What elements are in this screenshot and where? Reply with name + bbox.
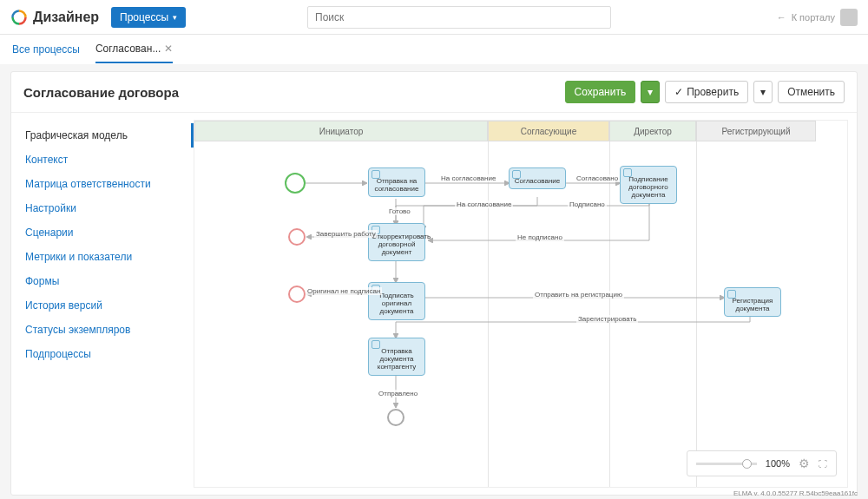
- end-node-1[interactable]: [288, 228, 306, 246]
- label-not-approved: На согласование: [455, 200, 513, 208]
- check-dropdown[interactable]: ▾: [753, 81, 773, 103]
- sidebar-item-settings[interactable]: Настройки: [11, 196, 194, 220]
- task-sign-director[interactable]: Подписание договорного документа: [620, 166, 677, 204]
- zoom-control[interactable]: 100% ⚙ ⛶: [687, 450, 837, 476]
- sidebar-item-responsibility[interactable]: Матрица ответственности: [11, 172, 194, 196]
- version-label: ELMA v. 4.0.0.55277 R.54bc59eaa161fc: [733, 489, 858, 497]
- end-node-2[interactable]: [288, 286, 306, 303]
- task-register[interactable]: Регистрация документа: [724, 287, 781, 317]
- search-input[interactable]: [307, 6, 611, 29]
- logo-icon: [10, 9, 28, 26]
- lane-director: Директор: [609, 121, 696, 141]
- task-approval[interactable]: Согласование: [509, 167, 566, 189]
- save-dropdown[interactable]: ▾: [641, 81, 660, 103]
- label-finish: Завершить работу: [314, 230, 378, 238]
- sidebar-item-scenarios[interactable]: Сценарии: [11, 220, 194, 245]
- lane-approvers: Согласующие: [488, 121, 609, 141]
- label-registered: Зарегистрировать: [576, 315, 638, 323]
- app-name: Дизайнер: [33, 10, 99, 25]
- sidebar-item-subprocesses[interactable]: Подпроцессы: [11, 342, 194, 366]
- sidebar-item-graphical-model[interactable]: Графическая модель: [11, 123, 194, 148]
- zoom-slider[interactable]: [696, 463, 757, 465]
- check-button[interactable]: ✓ Проверить: [665, 81, 748, 103]
- cancel-button[interactable]: Отменить: [778, 81, 845, 103]
- tab-all-processes[interactable]: Все процессы: [12, 36, 80, 62]
- sidebar-item-statuses[interactable]: Статусы экземпляров: [11, 318, 194, 342]
- start-node[interactable]: [285, 173, 306, 194]
- avatar[interactable]: [840, 9, 858, 26]
- label-not-signed: Не подписано: [516, 233, 564, 241]
- tab-current-process[interactable]: Согласован...✕: [95, 36, 173, 63]
- diagram-canvas[interactable]: Инициатор Согласующие Директор Регистрир…: [194, 120, 848, 488]
- lane-initiator: Инициатор: [194, 121, 488, 141]
- gear-icon[interactable]: ⚙: [799, 456, 810, 470]
- close-icon[interactable]: ✕: [164, 43, 173, 55]
- label-signed: Подписано: [568, 200, 607, 208]
- label-send-reg: Отправить на регистрацию: [533, 291, 624, 299]
- label-sent: Отправлено: [377, 390, 419, 397]
- sidebar-item-versions[interactable]: История версий: [11, 293, 194, 318]
- sidebar-item-context[interactable]: Контекст: [11, 148, 194, 172]
- portal-link[interactable]: ← К порталу: [777, 9, 858, 26]
- sidebar-item-metrics[interactable]: Метрики и показатели: [11, 245, 194, 269]
- fullscreen-icon[interactable]: ⛶: [819, 459, 827, 469]
- task-send-approval[interactable]: Отправка на согласование: [368, 167, 425, 197]
- label-ready: Готово: [387, 207, 412, 215]
- label-orig-not-signed: Оригинал не подписан: [306, 287, 382, 295]
- lane-registrar: Регистрирующий: [696, 121, 816, 141]
- zoom-value: 100%: [766, 458, 790, 469]
- task-send-contractor[interactable]: Отправка документа контрагенту: [368, 338, 425, 376]
- sidebar: Графическая модель Контекст Матрица отве…: [11, 113, 194, 495]
- label-approved: Согласовано: [575, 174, 620, 182]
- sidebar-item-forms[interactable]: Формы: [11, 269, 194, 293]
- page-title: Согласование договора: [23, 85, 179, 100]
- processes-dropdown[interactable]: Процессы: [111, 7, 186, 28]
- save-button[interactable]: Сохранить: [565, 81, 636, 103]
- end-node-3[interactable]: [387, 409, 404, 426]
- task-correct[interactable]: Откорректировать договорной документ: [368, 223, 425, 261]
- label-to-approval: На согласование: [439, 174, 497, 182]
